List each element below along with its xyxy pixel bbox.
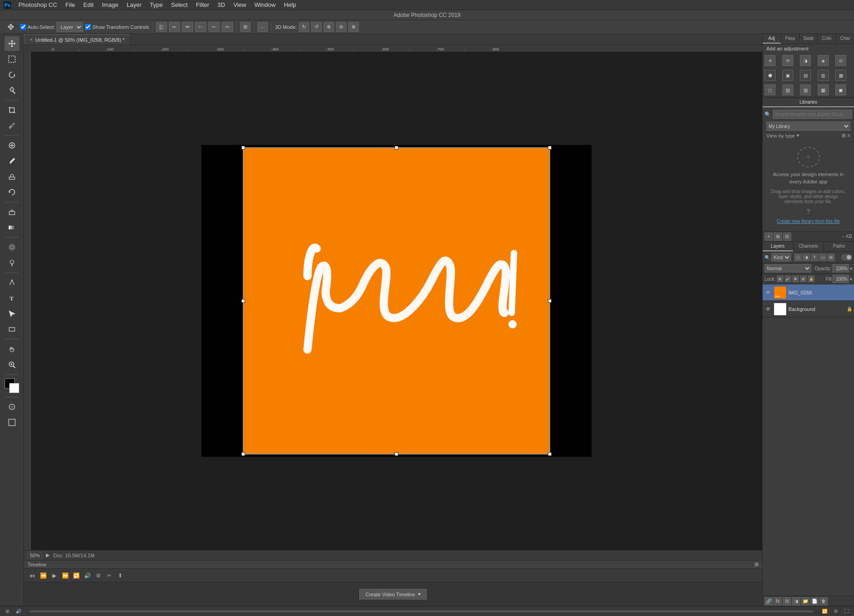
link-layers-btn[interactable]: 🔗	[765, 597, 773, 605]
tab-layers[interactable]: Layers	[763, 242, 793, 251]
library-select[interactable]: My Library	[766, 122, 850, 131]
add-adjustment-bottom-btn[interactable]: ◑	[792, 597, 800, 605]
library-help-icon[interactable]: ?	[807, 208, 810, 215]
create-video-btn[interactable]: Create Video Timeline ▾	[359, 589, 426, 599]
dodge-tool[interactable]	[5, 255, 19, 270]
filter-pixel-icon[interactable]: ⬡	[794, 254, 802, 261]
settings-btn[interactable]: ⚙	[832, 608, 839, 615]
library-search-input[interactable]	[773, 110, 852, 119]
menu-photoshop[interactable]: Photoshop CC	[15, 0, 61, 9]
adj-gradmap-icon[interactable]: ▩	[818, 84, 829, 95]
crop-tool[interactable]	[5, 103, 19, 117]
filter-smart-icon[interactable]: ⊞	[827, 254, 835, 261]
layer-visibility-background[interactable]: 👁	[765, 305, 772, 313]
timeline-audio-btn[interactable]: 🔊	[83, 571, 92, 580]
filter-adj-icon[interactable]: ◑	[803, 254, 810, 261]
zoom-tool[interactable]	[5, 357, 19, 372]
adj-huesat-icon[interactable]: ⊙	[835, 55, 846, 66]
timeline-loop-btn[interactable]: 🔁	[72, 571, 81, 580]
handle-middle-right[interactable]	[548, 299, 552, 303]
align-bottom-btn[interactable]: ⬵	[222, 22, 233, 32]
screen-mode-btn[interactable]	[5, 415, 19, 430]
adj-colorlookup-icon[interactable]: ▦	[835, 70, 846, 81]
create-layer-btn[interactable]: 📄	[810, 597, 819, 605]
eraser-tool[interactable]	[5, 205, 19, 219]
filter-shape-icon[interactable]: ▭	[819, 254, 826, 261]
filter-toggle[interactable]	[841, 254, 852, 261]
tab-libraries[interactable]: Libraries	[763, 98, 854, 107]
align-left-btn[interactable]: ⬱	[156, 22, 167, 32]
audio-btn[interactable]: 🔊	[15, 608, 22, 615]
adj-bw-icon[interactable]: ▣	[782, 70, 793, 81]
menu-layer[interactable]: Layer	[123, 0, 145, 9]
adj-selectcolor-icon[interactable]: ◼	[835, 84, 846, 95]
align-center-btn[interactable]: ⬰	[169, 22, 180, 32]
brush-tool[interactable]	[5, 154, 19, 168]
quick-mask-btn[interactable]	[5, 400, 19, 414]
handle-top-left[interactable]	[241, 146, 245, 150]
stamp-tool[interactable]	[5, 169, 19, 184]
create-group-bottom-btn[interactable]: 📁	[801, 597, 809, 605]
align-top-btn[interactable]: ⬳	[195, 22, 207, 32]
adj-brightness-icon[interactable]: ☀	[765, 55, 776, 66]
align-middle-btn[interactable]: ⬴	[208, 22, 220, 32]
gradient-tool[interactable]	[5, 220, 19, 235]
timeline-expand-btn[interactable]: ⊞	[4, 608, 11, 615]
move-tool-option[interactable]: ✥	[3, 20, 18, 34]
layer-item-img0268[interactable]: 👁 IMG_0268	[763, 284, 854, 301]
library-create-link[interactable]: Create new library from this file	[777, 219, 840, 224]
more-btn[interactable]: ···	[257, 22, 268, 32]
timeline-back-btn[interactable]: ⏪	[39, 571, 48, 580]
3d-roll-btn[interactable]: ↺	[311, 22, 322, 32]
color-swatches[interactable]	[5, 378, 19, 393]
fill-input[interactable]	[832, 275, 849, 283]
menu-edit[interactable]: Edit	[80, 0, 97, 9]
zoom-level[interactable]: 50%	[28, 552, 42, 559]
layer-visibility-img0268[interactable]: 👁	[765, 289, 772, 296]
tab-paths[interactable]: Paths	[824, 242, 854, 251]
timeline-split-btn[interactable]: ✂	[105, 571, 114, 580]
3d-scale-btn[interactable]: ⊗	[348, 22, 359, 32]
3d-rotate-btn[interactable]: ↻	[299, 22, 309, 32]
lock-artboard-icon[interactable]: ⊞	[800, 276, 807, 282]
background-color[interactable]	[9, 383, 19, 393]
add-style-btn[interactable]: fx	[774, 597, 782, 605]
handle-top-right[interactable]	[548, 146, 552, 150]
menu-help[interactable]: Help	[280, 0, 300, 9]
timeline-first-btn[interactable]: ⏮	[28, 571, 37, 580]
tab-close-icon[interactable]: ×	[30, 37, 33, 42]
adj-curves-icon[interactable]: ⟳	[782, 55, 793, 66]
menu-image[interactable]: Image	[98, 0, 122, 9]
show-transform-label[interactable]: Show Transform Controls	[85, 24, 149, 30]
path-select-tool[interactable]	[5, 306, 19, 321]
menu-filter[interactable]: Filter	[192, 0, 213, 9]
adj-invert-icon[interactable]: ◻	[765, 84, 776, 95]
add-mask-btn[interactable]: ⊟	[783, 233, 791, 241]
shape-tool[interactable]	[5, 322, 19, 337]
timeline-forward-btn[interactable]: ⏩	[61, 571, 70, 580]
menu-3d[interactable]: 3D	[214, 0, 229, 9]
filter-type-icon[interactable]: T	[811, 254, 818, 261]
add-mask-bottom-btn[interactable]: ⊟	[783, 597, 791, 605]
new-group-btn[interactable]: +	[765, 233, 773, 241]
adj-posterize-icon[interactable]: ▧	[782, 84, 793, 95]
menu-view[interactable]: View	[229, 0, 250, 9]
lasso-tool[interactable]	[5, 67, 19, 82]
tab-colo[interactable]: Colo	[818, 34, 836, 44]
auto-select-checkbox[interactable]	[20, 24, 26, 30]
adj-exposure-icon[interactable]: ◑	[800, 55, 811, 66]
lock-transparent-icon[interactable]: ⊠	[777, 276, 783, 282]
timeline-export-btn[interactable]: ⬆	[116, 571, 125, 580]
healing-tool[interactable]	[5, 138, 19, 153]
menu-window[interactable]: Window	[251, 0, 279, 9]
auto-select-dropdown[interactable]: Layer	[56, 22, 83, 32]
adj-colorbal-icon[interactable]: ⬟	[765, 70, 776, 81]
menu-select[interactable]: Select	[167, 0, 191, 9]
layer-filter-select[interactable]: Kind	[771, 253, 791, 261]
handle-bottom-right[interactable]	[548, 452, 552, 456]
delete-layer-btn[interactable]: 🗑	[820, 597, 828, 605]
tab-channels[interactable]: Channels	[793, 242, 824, 251]
document-tab[interactable]: × Untitled-1 @ 50% (IMG_0268, RGB/8) *	[24, 34, 130, 44]
opacity-chevron-icon[interactable]: ▾	[850, 266, 852, 271]
pen-tool[interactable]	[5, 275, 19, 290]
